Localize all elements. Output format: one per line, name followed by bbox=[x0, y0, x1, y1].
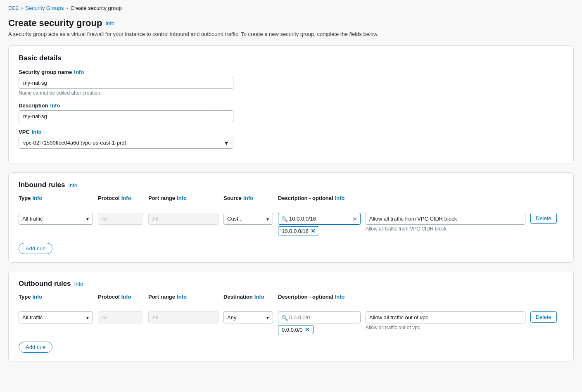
inbound-source-select-wrap: Cust... bbox=[223, 213, 273, 225]
basic-details-card: Basic details Security group name Info N… bbox=[8, 45, 574, 164]
name-hint: Name cannot be edited after creation. bbox=[19, 90, 563, 96]
inbound-protocol-col bbox=[98, 213, 143, 225]
inbound-desc-hint: Allow all traffic from VPC CIDR block bbox=[366, 226, 525, 232]
outbound-dest-val-col: 🔍 0.0.0.0/0 ✕ bbox=[278, 311, 361, 334]
inbound-source-info[interactable]: Info bbox=[243, 195, 253, 201]
inbound-col-desc-header: Description - optional Info bbox=[278, 195, 563, 204]
inbound-source-search-wrap: 🔍 ✕ bbox=[278, 213, 361, 225]
breadcrumb-sep-2: › bbox=[67, 5, 68, 11]
inbound-col-type-header: Type Info bbox=[19, 195, 93, 204]
inbound-delete-button[interactable]: Delete bbox=[530, 213, 557, 224]
outbound-port-info[interactable]: Info bbox=[177, 294, 187, 300]
inbound-type-select[interactable]: All traffic bbox=[19, 213, 93, 225]
outbound-col-port-header: Port range Info bbox=[148, 294, 219, 302]
outbound-search-icon: 🔍 bbox=[281, 314, 288, 321]
inbound-port-input bbox=[148, 213, 219, 225]
inbound-source-select[interactable]: Cust... bbox=[223, 213, 273, 225]
inbound-protocol-input bbox=[98, 213, 143, 225]
page-description: A security group acts as a virtual firew… bbox=[8, 31, 574, 37]
outbound-col-type-header: Type Info bbox=[19, 294, 93, 302]
inbound-add-rule-button[interactable]: Add rule bbox=[19, 243, 52, 254]
breadcrumb-ec2[interactable]: EC2 bbox=[8, 5, 19, 11]
inbound-tag-chip: 10.0.0.0/16 ✕ bbox=[278, 226, 319, 235]
inbound-port-col bbox=[148, 213, 219, 225]
breadcrumb-current: Create security group bbox=[71, 5, 122, 11]
inbound-search-icon: 🔍 bbox=[281, 216, 288, 222]
outbound-dest-info[interactable]: Info bbox=[254, 294, 264, 300]
vpc-select-wrapper: vpc-02f71590ffce04a6d (vpc-us-east-1-prd… bbox=[19, 137, 233, 149]
page-info-link[interactable]: Info bbox=[105, 20, 114, 26]
page-title-row: Create security group Info bbox=[8, 18, 574, 29]
outbound-action-col: Delete bbox=[530, 311, 563, 323]
breadcrumb-security-groups[interactable]: Security Groups bbox=[25, 5, 64, 11]
inbound-col-protocol-header: Protocol Info bbox=[98, 195, 143, 204]
outbound-dest-col: Any... bbox=[223, 311, 273, 323]
security-group-name-input[interactable] bbox=[19, 77, 233, 89]
basic-details-title: Basic details bbox=[19, 54, 563, 62]
inbound-source-tag: 10.0.0.0/16 ✕ bbox=[278, 225, 361, 235]
outbound-protocol-info[interactable]: Info bbox=[121, 294, 131, 300]
outbound-type-select[interactable]: All traffic bbox=[19, 311, 93, 323]
description-field: Description Info bbox=[19, 102, 563, 122]
inbound-port-info[interactable]: Info bbox=[177, 195, 187, 201]
outbound-dest-input[interactable] bbox=[278, 311, 361, 323]
name-info-link[interactable]: Info bbox=[74, 69, 84, 75]
outbound-desc-input[interactable] bbox=[366, 311, 525, 323]
outbound-tag-chip: 0.0.0.0/0 ✕ bbox=[278, 325, 314, 334]
inbound-desc-info[interactable]: Info bbox=[335, 195, 345, 201]
breadcrumb-sep-1: › bbox=[21, 5, 23, 11]
inbound-protocol-info[interactable]: Info bbox=[121, 195, 131, 201]
security-group-name-label: Security group name Info bbox=[19, 69, 563, 75]
inbound-tag-label: 10.0.0.0/16 bbox=[282, 228, 309, 234]
outbound-dest-select[interactable]: Any... bbox=[223, 311, 273, 323]
inbound-source-val-col: 🔍 ✕ 10.0.0.0/16 ✕ bbox=[278, 213, 361, 235]
outbound-tag-label: 0.0.0.0/0 bbox=[282, 327, 303, 333]
outbound-type-col: All traffic bbox=[19, 311, 93, 323]
outbound-col-desc-header: Description - optional Info bbox=[278, 294, 563, 302]
security-group-name-field: Security group name Info Name cannot be … bbox=[19, 69, 563, 96]
inbound-rules-card: Inbound rules Info Type Info Protocol In… bbox=[8, 172, 574, 263]
inbound-col-port-header: Port range Info bbox=[148, 195, 219, 204]
breadcrumb: EC2 › Security Groups › Create security … bbox=[8, 5, 574, 11]
vpc-info-link[interactable]: Info bbox=[32, 129, 42, 135]
inbound-action-col: Delete bbox=[530, 213, 563, 224]
inbound-rules-title: Inbound rules bbox=[19, 181, 65, 189]
inbound-type-info[interactable]: Info bbox=[32, 195, 42, 201]
outbound-desc-col: Allow all traffic out of vpc bbox=[366, 311, 525, 330]
vpc-select[interactable]: vpc-02f71590ffce04a6d (vpc-us-east-1-prd… bbox=[19, 137, 233, 149]
outbound-rules-header: Outbound rules Info bbox=[19, 280, 563, 288]
inbound-col-source-header: Source Info bbox=[223, 195, 273, 204]
inbound-source-col: Cust... bbox=[223, 213, 273, 225]
inbound-rules-header: Inbound rules Info bbox=[19, 181, 563, 189]
inbound-source-clear[interactable]: ✕ bbox=[352, 216, 357, 222]
description-input[interactable] bbox=[19, 110, 233, 122]
inbound-rules-col-headers: Type Info Protocol Info Port range Info … bbox=[19, 195, 563, 209]
outbound-rule-row: All traffic Any... 🔍 bbox=[19, 311, 563, 334]
outbound-desc-hint: Allow all traffic out of vpc bbox=[366, 325, 525, 330]
inbound-desc-col: Allow all traffic from VPC CIDR block bbox=[366, 213, 525, 232]
inbound-tag-remove[interactable]: ✕ bbox=[311, 228, 316, 234]
outbound-protocol-input bbox=[98, 311, 143, 323]
page-title: Create security group bbox=[8, 18, 102, 29]
inbound-source-input[interactable] bbox=[278, 213, 361, 225]
outbound-rules-title: Outbound rules bbox=[19, 280, 71, 288]
outbound-type-select-wrap: All traffic bbox=[19, 311, 93, 323]
inbound-rules-info-link[interactable]: Info bbox=[68, 182, 77, 188]
outbound-port-input bbox=[148, 311, 219, 323]
outbound-col-protocol-header: Protocol Info bbox=[98, 294, 143, 302]
inbound-desc-input[interactable] bbox=[366, 213, 525, 225]
outbound-tag-remove[interactable]: ✕ bbox=[305, 326, 310, 333]
outbound-type-info[interactable]: Info bbox=[32, 294, 42, 300]
outbound-add-rule-button[interactable]: Add rule bbox=[19, 342, 52, 353]
vpc-field: VPC Info vpc-02f71590ffce04a6d (vpc-us-e… bbox=[19, 129, 563, 149]
outbound-rules-card: Outbound rules Info Type Info Protocol I… bbox=[8, 271, 574, 361]
outbound-delete-button[interactable]: Delete bbox=[530, 311, 557, 323]
outbound-col-dest-header: Destination Info bbox=[223, 294, 273, 302]
outbound-rules-col-headers: Type Info Protocol Info Port range Info … bbox=[19, 294, 563, 308]
outbound-protocol-col bbox=[98, 311, 143, 323]
desc-info-link[interactable]: Info bbox=[50, 102, 60, 109]
inbound-type-col: All traffic bbox=[19, 213, 93, 225]
outbound-desc-info[interactable]: Info bbox=[335, 294, 345, 300]
inbound-type-select-wrap: All traffic bbox=[19, 213, 93, 225]
outbound-rules-info-link[interactable]: Info bbox=[74, 281, 83, 287]
